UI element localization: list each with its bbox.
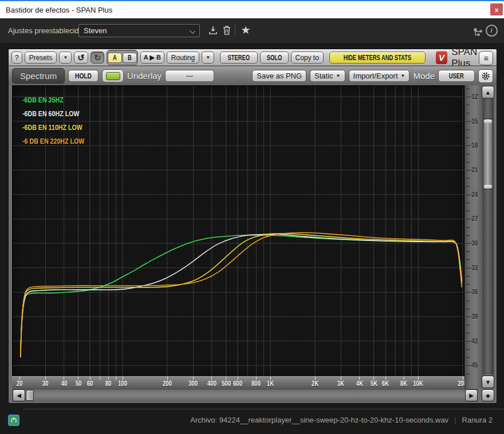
- freq-tick-label: 8K: [396, 380, 412, 388]
- routing-dropdown-button[interactable]: ▼: [202, 52, 214, 64]
- db-tick: [466, 89, 470, 89]
- scroll-right-button[interactable]: ▶: [465, 389, 478, 401]
- import-export-label: Import/Export: [353, 72, 398, 80]
- save-png-button[interactable]: Save as PNG: [252, 70, 306, 82]
- v-scroll-thumb[interactable]: [483, 119, 493, 190]
- solo-button[interactable]: SOLO: [260, 52, 289, 64]
- freq-tick-label: 80: [101, 380, 116, 388]
- copy-to-label: Copy to: [296, 54, 319, 62]
- settings-button[interactable]: [478, 69, 493, 83]
- redo-button[interactable]: ↻: [90, 52, 105, 64]
- undo-icon: ↺: [77, 53, 85, 63]
- vertical-scrollbar[interactable]: ▲ ▼: [482, 85, 494, 389]
- presets-button[interactable]: Presets: [25, 52, 57, 64]
- freq-tick-label: 100: [115, 380, 131, 388]
- freq-tick-label: 800: [249, 380, 264, 388]
- voxengo-logo-icon: V: [436, 51, 448, 64]
- help-button[interactable]: ?: [11, 52, 22, 64]
- diamond-icon: ◆: [486, 393, 490, 399]
- db-tick: [466, 129, 470, 130]
- node-graph-icon: [473, 27, 483, 36]
- db-tick-label: -27: [470, 215, 480, 223]
- copy-to-button[interactable]: Copy to: [291, 52, 324, 64]
- static-label: Static: [314, 72, 333, 80]
- a-to-b-button[interactable]: A ▶ B: [140, 52, 164, 64]
- gear-icon: [481, 72, 490, 81]
- spectrum-display: -6DB EN 35HZ-6DB EN 60HZ LOW-6DB EN 110H…: [12, 85, 494, 402]
- db-tick-label: -45: [470, 361, 480, 369]
- delete-preset-button[interactable]: [220, 24, 233, 37]
- preset-value: Steven: [84, 26, 107, 35]
- stereo-button[interactable]: STEREO: [220, 52, 257, 64]
- db-tick: [466, 227, 470, 228]
- status-separator: |: [454, 416, 456, 424]
- hide-meters-button[interactable]: HIDE METERS AND STATS: [329, 52, 426, 64]
- db-tick: [466, 235, 470, 236]
- divider: [235, 25, 235, 36]
- db-tick: [466, 178, 470, 179]
- hamburger-icon: ≡: [483, 54, 488, 63]
- db-tick: [466, 162, 470, 163]
- underlay-value-button[interactable]: ---: [165, 70, 214, 82]
- bypass-power-button[interactable]: [8, 415, 19, 426]
- db-tick-label: -36: [470, 288, 480, 296]
- chevron-down-icon: ▼: [206, 55, 210, 60]
- save-png-label: Save as PNG: [257, 72, 302, 80]
- a-button[interactable]: A: [108, 53, 122, 63]
- presets-label: Presets: [29, 54, 53, 62]
- chevron-down-icon: ▼: [401, 73, 405, 78]
- scroll-down-button[interactable]: ▼: [482, 376, 494, 388]
- b-label: B: [128, 54, 132, 62]
- mode-user-button[interactable]: USER: [438, 70, 475, 82]
- menu-button[interactable]: ≡: [479, 51, 493, 65]
- scroll-left-button[interactable]: ◀: [13, 389, 25, 401]
- legend-item: -6DB EN 110HZ LOW: [22, 121, 84, 135]
- file-label: Archivo: 94224__reaktorplayer__sine-swee…: [190, 416, 448, 424]
- hold-button[interactable]: HOLD: [68, 70, 99, 82]
- hold-led-button[interactable]: [102, 69, 124, 82]
- db-tick: [466, 333, 470, 333]
- db-tick-label: -15: [470, 117, 480, 125]
- star-icon: ★: [241, 25, 250, 35]
- spectrum-plot[interactable]: -6DB EN 35HZ-6DB EN 60HZ LOW-6DB EN 110H…: [12, 85, 464, 377]
- undo-button[interactable]: ↺: [74, 52, 88, 64]
- info-icon: i: [486, 25, 498, 37]
- overview-button[interactable]: ◆: [482, 389, 494, 401]
- underlay-value: ---: [186, 72, 193, 80]
- routing-map-button[interactable]: [471, 25, 484, 38]
- h-scroll-thumb[interactable]: [26, 390, 34, 401]
- slot-label: Ranura 2: [462, 416, 493, 424]
- window-title: Bastidor de efectos - SPAN Plus: [6, 6, 112, 14]
- favorite-button[interactable]: ★: [239, 23, 252, 36]
- db-tick: [466, 105, 470, 105]
- chevron-down-icon: [190, 28, 195, 34]
- arrow-down-icon: ▼: [485, 379, 491, 385]
- db-tick: [466, 259, 470, 260]
- save-preset-button[interactable]: [207, 24, 219, 37]
- db-tick-label: -21: [470, 166, 480, 174]
- horizontal-scrollbar[interactable]: ◀ ▶: [12, 389, 478, 402]
- db-tick: [466, 251, 470, 252]
- import-export-dropdown-button[interactable]: Import/Export▼: [349, 70, 410, 82]
- a-to-b-label: A ▶ B: [144, 54, 161, 61]
- freq-tick-label: 400: [204, 380, 219, 388]
- preset-bar: Ajustes preestablecidos: Steven ★ i: [0, 18, 504, 43]
- presets-dropdown-button[interactable]: ▼: [59, 52, 72, 64]
- close-icon: x: [495, 6, 498, 13]
- db-tick: [466, 309, 470, 309]
- preset-select[interactable]: Steven: [78, 24, 200, 37]
- b-button[interactable]: B: [123, 53, 137, 63]
- solo-label: SOLO: [266, 54, 282, 62]
- tab-spectrum[interactable]: Spectrum: [12, 68, 65, 84]
- close-button[interactable]: x: [490, 3, 503, 15]
- db-tick: [466, 284, 470, 285]
- stereo-label: STEREO: [228, 54, 250, 62]
- spectrum-tab-label: Spectrum: [20, 71, 57, 81]
- routing-button[interactable]: Routing: [167, 52, 199, 64]
- static-dropdown-button[interactable]: Static▼: [310, 70, 345, 82]
- plugin-toolbar: ? Presets ▼ ↺ ↻ A B A ▶ B Routing ▼ STER…: [9, 49, 497, 66]
- db-tick: [466, 349, 470, 350]
- info-button[interactable]: i: [485, 24, 498, 37]
- ab-compare-group: A B: [107, 50, 137, 65]
- scroll-up-button[interactable]: ▲: [482, 86, 494, 98]
